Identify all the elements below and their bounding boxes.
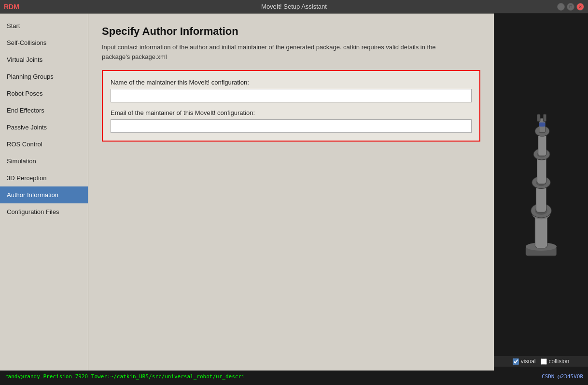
visual-label: visual — [521, 358, 536, 365]
window-controls[interactable]: – □ ✕ — [557, 3, 584, 11]
app-logo: RDM — [4, 3, 19, 11]
sidebar-item-start[interactable]: Start — [0, 17, 88, 34]
sidebar-item-3d-perception[interactable]: 3D Perception — [0, 170, 88, 186]
sidebar-item-planning-groups[interactable]: Planning Groups — [0, 68, 88, 85]
sidebar-item-simulation[interactable]: Simulation — [0, 153, 88, 170]
main-window: Start Self-Collisions Virtual Joints Pla… — [0, 14, 588, 371]
sidebar: Start Self-Collisions Virtual Joints Pla… — [0, 14, 88, 371]
sidebar-item-end-effectors[interactable]: End Effectors — [0, 102, 88, 119]
sidebar-item-configuration-files[interactable]: Configuration Files — [0, 203, 88, 220]
minimize-button[interactable]: – — [557, 3, 565, 11]
robot-view-panel: visual collision — [494, 14, 588, 371]
robot-view-controls: visual collision — [494, 356, 588, 367]
collision-checkbox[interactable] — [541, 358, 547, 365]
sidebar-item-passive-joints[interactable]: Passive Joints — [0, 119, 88, 136]
collision-checkbox-group[interactable]: collision — [541, 358, 570, 365]
terminal-right-text: CSDN @2345VOR — [542, 373, 583, 380]
terminal-bar: CSDN @2345VOR randy@randy-Precision-7920… — [0, 371, 588, 385]
close-button[interactable]: ✕ — [576, 3, 584, 11]
name-label: Name of the maintainer this MoveIt! conf… — [111, 79, 472, 86]
window-title: MoveIt! Setup Assistant — [261, 3, 327, 10]
content-area: Specify Author Information Input contact… — [88, 14, 494, 371]
sidebar-item-virtual-joints[interactable]: Virtual Joints — [0, 51, 88, 68]
email-label: Email of the maintainer of this MoveIt! … — [111, 109, 472, 116]
robot-arm-svg — [503, 103, 580, 267]
svg-rect-16 — [543, 114, 546, 121]
sidebar-item-author-information[interactable]: Author Information — [0, 186, 88, 203]
sidebar-item-ros-control[interactable]: ROS Control — [0, 136, 88, 153]
visual-checkbox[interactable] — [513, 358, 519, 365]
visual-checkbox-group[interactable]: visual — [513, 358, 536, 365]
sidebar-item-self-collisions[interactable]: Self-Collisions — [0, 34, 88, 51]
robot-3d-canvas — [494, 14, 588, 356]
titlebar: RDM MoveIt! Setup Assistant – □ ✕ — [0, 0, 588, 14]
maintainer-email-input[interactable] — [111, 119, 472, 133]
svg-rect-17 — [539, 122, 545, 127]
page-description: Input contact information of the author … — [102, 43, 449, 61]
sidebar-item-robot-poses[interactable]: Robot Poses — [0, 85, 88, 102]
terminal-text: randy@randy-Precision-7920-Tower:~/catki… — [5, 373, 245, 380]
page-title: Specify Author Information — [102, 25, 480, 38]
author-form-panel: Name of the maintainer this MoveIt! conf… — [102, 70, 480, 142]
svg-rect-15 — [537, 114, 540, 121]
maximize-button[interactable]: □ — [567, 3, 574, 11]
maintainer-name-input[interactable] — [111, 89, 472, 102]
collision-label: collision — [549, 358, 570, 365]
